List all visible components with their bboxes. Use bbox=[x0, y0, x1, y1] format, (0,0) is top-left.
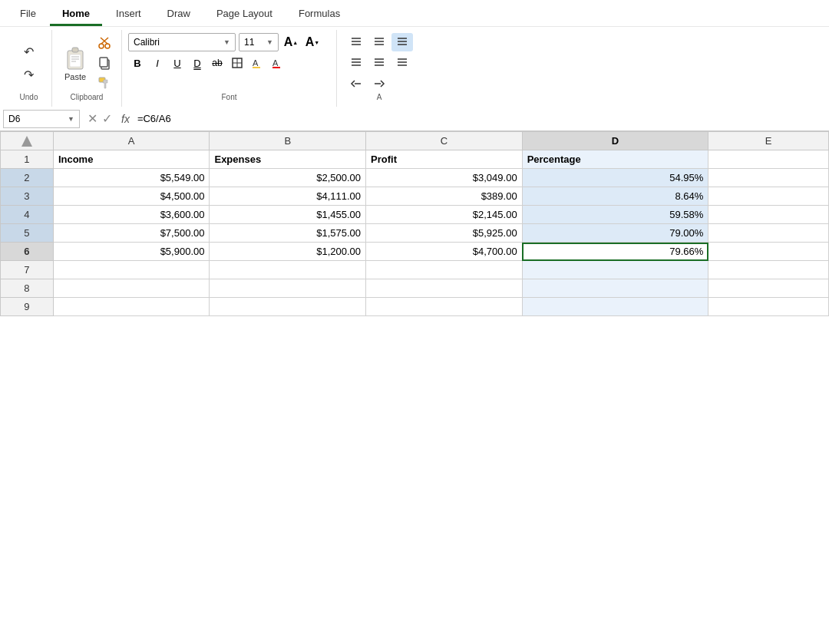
cell-E9[interactable] bbox=[708, 298, 829, 316]
cell-B7[interactable] bbox=[210, 261, 366, 279]
decrease-font-size-button[interactable]: A▼ bbox=[303, 33, 322, 51]
col-header-D[interactable]: D bbox=[522, 132, 708, 150]
right-align-button[interactable] bbox=[391, 54, 413, 72]
cell-A1[interactable]: Income bbox=[53, 150, 210, 169]
borders-button[interactable] bbox=[228, 54, 246, 72]
row-header-2[interactable]: 2 bbox=[1, 169, 54, 187]
row-header-6[interactable]: 6 bbox=[1, 243, 54, 261]
cell-D9[interactable] bbox=[522, 298, 708, 316]
row-header-4[interactable]: 4 bbox=[1, 206, 54, 224]
indent-increase-button[interactable] bbox=[368, 74, 390, 93]
align-top-left-button[interactable] bbox=[345, 33, 367, 51]
font-size-selector[interactable]: 11 ▼ bbox=[239, 33, 279, 51]
tab-home[interactable]: Home bbox=[50, 3, 102, 26]
cell-A2[interactable]: $5,549.00 bbox=[53, 169, 210, 187]
italic-button[interactable]: I bbox=[148, 54, 167, 72]
bold-button[interactable]: B bbox=[128, 54, 147, 72]
copy-button[interactable] bbox=[94, 54, 115, 72]
cell-C2[interactable]: $3,049.00 bbox=[366, 169, 523, 187]
cell-D3[interactable]: 8.64% bbox=[522, 187, 708, 206]
align-left-button[interactable] bbox=[345, 54, 367, 72]
cell-D7[interactable] bbox=[522, 261, 708, 279]
cell-D5[interactable]: 79.00% bbox=[522, 224, 708, 243]
tab-page-layout[interactable]: Page Layout bbox=[204, 3, 285, 26]
cell-E2[interactable] bbox=[708, 169, 829, 187]
cell-ref-dropdown-arrow: ▼ bbox=[68, 115, 74, 123]
svg-text:A: A bbox=[253, 58, 259, 68]
font-family-selector[interactable]: Calibri ▼ bbox=[128, 33, 236, 51]
cell-A6[interactable]: $5,900.00 bbox=[53, 243, 210, 261]
cell-D1[interactable]: Percentage bbox=[522, 150, 708, 169]
double-underline-button[interactable]: D bbox=[188, 54, 206, 72]
clipboard-group: Paste bbox=[52, 30, 122, 107]
strikethrough-button[interactable]: ab bbox=[208, 54, 226, 72]
cell-D4[interactable]: 59.58% bbox=[522, 206, 708, 224]
cell-B5[interactable]: $1,575.00 bbox=[210, 224, 366, 243]
tab-file[interactable]: File bbox=[8, 3, 48, 26]
cell-C3[interactable]: $389.00 bbox=[366, 187, 523, 206]
cell-A5[interactable]: $7,500.00 bbox=[53, 224, 210, 243]
cell-E7[interactable] bbox=[708, 261, 829, 279]
increase-font-size-button[interactable]: A▲ bbox=[282, 33, 300, 51]
center-align-button[interactable] bbox=[368, 54, 390, 72]
cell-B3[interactable]: $4,111.00 bbox=[210, 187, 366, 206]
cell-A4[interactable]: $3,600.00 bbox=[53, 206, 210, 224]
row-header-7[interactable]: 7 bbox=[1, 261, 54, 279]
font-color-button[interactable]: A bbox=[268, 54, 286, 72]
cell-C1[interactable]: Profit bbox=[366, 150, 523, 169]
cell-reference-box[interactable]: D6 ▼ bbox=[3, 110, 80, 128]
paste-button[interactable]: Paste bbox=[58, 43, 92, 83]
row-header-3[interactable]: 3 bbox=[1, 187, 54, 206]
cell-E1[interactable] bbox=[708, 150, 829, 169]
col-header-E[interactable]: E bbox=[708, 132, 829, 150]
cell-E3[interactable] bbox=[708, 187, 829, 206]
cell-A8[interactable] bbox=[53, 279, 210, 298]
cell-C5[interactable]: $5,925.00 bbox=[366, 224, 523, 243]
cell-C8[interactable] bbox=[366, 279, 523, 298]
formula-content[interactable]: =C6/A6 bbox=[134, 113, 826, 124]
redo-button[interactable]: ↷ bbox=[17, 64, 41, 85]
cell-B4[interactable]: $1,455.00 bbox=[210, 206, 366, 224]
table-row: 3 $4,500.00 $4,111.00 $389.00 8.64% bbox=[1, 187, 829, 206]
align-center-button[interactable] bbox=[368, 33, 390, 51]
col-header-B[interactable]: B bbox=[210, 132, 366, 150]
row-header-9[interactable]: 9 bbox=[1, 298, 54, 316]
cell-E6[interactable] bbox=[708, 243, 829, 261]
highlight-color-button[interactable]: A bbox=[248, 54, 266, 72]
cell-D8[interactable] bbox=[522, 279, 708, 298]
align-right-button[interactable] bbox=[391, 33, 413, 51]
cell-E8[interactable] bbox=[708, 279, 829, 298]
cell-A3[interactable]: $4,500.00 bbox=[53, 187, 210, 206]
row-header-1[interactable]: 1 bbox=[1, 150, 54, 169]
cut-button[interactable] bbox=[94, 34, 115, 52]
tab-formulas[interactable]: Formulas bbox=[286, 3, 352, 26]
cell-C9[interactable] bbox=[366, 298, 523, 316]
cell-B1[interactable]: Expenses bbox=[210, 150, 366, 169]
cell-A9[interactable] bbox=[53, 298, 210, 316]
row-header-8[interactable]: 8 bbox=[1, 279, 54, 298]
cell-B6[interactable]: $1,200.00 bbox=[210, 243, 366, 261]
cell-D2[interactable]: 54.95% bbox=[522, 169, 708, 187]
confirm-formula-button[interactable]: ✓ bbox=[102, 111, 112, 126]
col-header-A[interactable]: A bbox=[53, 132, 210, 150]
format-painter-button[interactable] bbox=[94, 74, 115, 92]
cell-C6[interactable]: $4,700.00 bbox=[366, 243, 523, 261]
cell-C7[interactable] bbox=[366, 261, 523, 279]
tab-draw[interactable]: Draw bbox=[155, 3, 203, 26]
row-header-5[interactable]: 5 bbox=[1, 224, 54, 243]
col-header-C[interactable]: C bbox=[366, 132, 523, 150]
cell-E5[interactable] bbox=[708, 224, 829, 243]
cell-B8[interactable] bbox=[210, 279, 366, 298]
tab-insert[interactable]: Insert bbox=[104, 3, 154, 26]
underline-button[interactable]: U bbox=[168, 54, 187, 72]
undo-button[interactable]: ↶ bbox=[17, 41, 41, 62]
indent-decrease-button[interactable] bbox=[345, 74, 367, 93]
cell-A7[interactable] bbox=[53, 261, 210, 279]
cell-B2[interactable]: $2,500.00 bbox=[210, 169, 366, 187]
cancel-formula-button[interactable]: ✕ bbox=[88, 111, 97, 126]
cell-C4[interactable]: $2,145.00 bbox=[366, 206, 523, 224]
cell-D6[interactable]: 79.66% bbox=[522, 243, 708, 261]
corner-cell bbox=[1, 132, 54, 150]
cell-E4[interactable] bbox=[708, 206, 829, 224]
cell-B9[interactable] bbox=[210, 298, 366, 316]
